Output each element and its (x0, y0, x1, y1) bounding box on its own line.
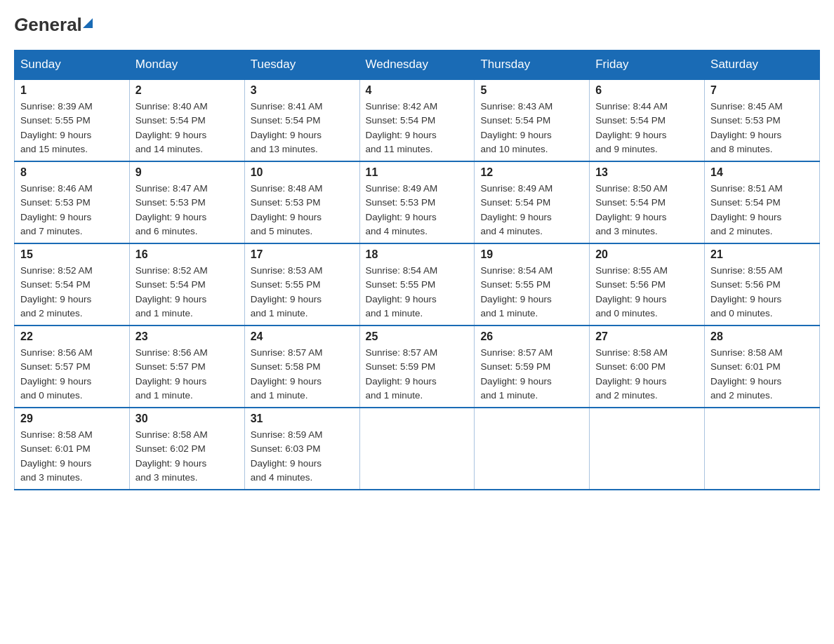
day-number: 16 (135, 248, 239, 261)
page-header: G eneral (14, 14, 820, 36)
day-info: Sunrise: 8:52 AMSunset: 5:54 PMDaylight:… (135, 265, 208, 318)
day-number: 31 (251, 412, 354, 425)
calendar-cell: 26 Sunrise: 8:57 AMSunset: 5:59 PMDaylig… (475, 326, 590, 408)
day-info: Sunrise: 8:41 AMSunset: 5:54 PMDaylight:… (251, 101, 323, 154)
calendar-cell: 24 Sunrise: 8:57 AMSunset: 5:58 PMDaylig… (244, 326, 359, 408)
calendar-week-row-1: 1 Sunrise: 8:39 AMSunset: 5:55 PMDayligh… (15, 79, 820, 161)
day-info: Sunrise: 8:58 AMSunset: 6:00 PMDaylight:… (595, 347, 668, 401)
calendar-cell: 18 Sunrise: 8:54 AMSunset: 5:55 PMDaylig… (359, 243, 475, 326)
calendar-cell: 11 Sunrise: 8:49 AMSunset: 5:53 PMDaylig… (359, 161, 475, 243)
day-number: 23 (135, 330, 239, 343)
calendar-cell: 29 Sunrise: 8:58 AMSunset: 6:01 PMDaylig… (15, 408, 130, 490)
day-info: Sunrise: 8:48 AMSunset: 5:53 PMDaylight:… (251, 183, 323, 236)
calendar-cell: 2 Sunrise: 8:40 AMSunset: 5:54 PMDayligh… (129, 79, 244, 161)
calendar-cell: 10 Sunrise: 8:48 AMSunset: 5:53 PMDaylig… (244, 161, 359, 243)
day-info: Sunrise: 8:49 AMSunset: 5:53 PMDaylight:… (366, 183, 438, 236)
day-info: Sunrise: 8:55 AMSunset: 5:56 PMDaylight:… (595, 265, 668, 318)
day-number: 24 (251, 330, 354, 343)
calendar-cell: 19 Sunrise: 8:54 AMSunset: 5:55 PMDaylig… (475, 243, 590, 326)
calendar-cell: 4 Sunrise: 8:42 AMSunset: 5:54 PMDayligh… (359, 79, 475, 161)
calendar-header-thursday: Thursday (475, 51, 590, 80)
day-number: 4 (366, 84, 469, 97)
logo: G eneral (14, 14, 93, 36)
calendar-cell: 22 Sunrise: 8:56 AMSunset: 5:57 PMDaylig… (15, 326, 130, 408)
calendar-week-row-3: 15 Sunrise: 8:52 AMSunset: 5:54 PMDaylig… (15, 243, 820, 326)
calendar-cell (359, 408, 475, 490)
day-info: Sunrise: 8:54 AMSunset: 5:55 PMDaylight:… (480, 265, 552, 318)
day-number: 14 (710, 166, 814, 179)
calendar-header-row: SundayMondayTuesdayWednesdayThursdayFrid… (15, 51, 820, 80)
day-info: Sunrise: 8:56 AMSunset: 5:57 PMDaylight:… (135, 347, 208, 401)
day-number: 10 (251, 166, 354, 179)
calendar-cell: 7 Sunrise: 8:45 AMSunset: 5:53 PMDayligh… (705, 79, 820, 161)
calendar-cell: 21 Sunrise: 8:55 AMSunset: 5:56 PMDaylig… (705, 243, 820, 326)
calendar-cell (475, 408, 590, 490)
day-info: Sunrise: 8:43 AMSunset: 5:54 PMDaylight:… (480, 101, 552, 154)
day-info: Sunrise: 8:58 AMSunset: 6:01 PMDaylight:… (20, 429, 93, 483)
day-number: 26 (480, 330, 583, 343)
day-number: 8 (20, 166, 124, 179)
day-number: 28 (710, 330, 814, 343)
day-number: 20 (595, 248, 699, 261)
day-info: Sunrise: 8:57 AMSunset: 5:59 PMDaylight:… (366, 347, 438, 401)
logo-g: G (14, 14, 28, 36)
calendar-cell: 16 Sunrise: 8:52 AMSunset: 5:54 PMDaylig… (129, 243, 244, 326)
day-info: Sunrise: 8:53 AMSunset: 5:55 PMDaylight:… (251, 265, 323, 318)
calendar-header-monday: Monday (129, 51, 244, 80)
day-info: Sunrise: 8:39 AMSunset: 5:55 PMDaylight:… (20, 101, 93, 154)
day-number: 9 (135, 166, 239, 179)
day-number: 7 (710, 84, 814, 97)
calendar-cell: 28 Sunrise: 8:58 AMSunset: 6:01 PMDaylig… (705, 326, 820, 408)
calendar-cell: 9 Sunrise: 8:47 AMSunset: 5:53 PMDayligh… (129, 161, 244, 243)
calendar-cell: 23 Sunrise: 8:56 AMSunset: 5:57 PMDaylig… (129, 326, 244, 408)
day-info: Sunrise: 8:58 AMSunset: 6:02 PMDaylight:… (135, 429, 208, 483)
calendar-header-wednesday: Wednesday (359, 51, 475, 80)
day-info: Sunrise: 8:49 AMSunset: 5:54 PMDaylight:… (480, 183, 552, 236)
day-number: 27 (595, 330, 699, 343)
day-info: Sunrise: 8:44 AMSunset: 5:54 PMDaylight:… (595, 101, 668, 154)
day-number: 11 (366, 166, 469, 179)
calendar-cell: 8 Sunrise: 8:46 AMSunset: 5:53 PMDayligh… (15, 161, 130, 243)
day-number: 1 (20, 84, 124, 97)
day-info: Sunrise: 8:58 AMSunset: 6:01 PMDaylight:… (710, 347, 783, 401)
calendar-cell: 13 Sunrise: 8:50 AMSunset: 5:54 PMDaylig… (590, 161, 705, 243)
calendar-cell: 5 Sunrise: 8:43 AMSunset: 5:54 PMDayligh… (475, 79, 590, 161)
calendar-header-sunday: Sunday (15, 51, 130, 80)
calendar-header-tuesday: Tuesday (244, 51, 359, 80)
calendar-week-row-4: 22 Sunrise: 8:56 AMSunset: 5:57 PMDaylig… (15, 326, 820, 408)
day-number: 21 (710, 248, 814, 261)
day-number: 12 (480, 166, 583, 179)
calendar-cell: 30 Sunrise: 8:58 AMSunset: 6:02 PMDaylig… (129, 408, 244, 490)
day-number: 25 (366, 330, 469, 343)
calendar-week-row-2: 8 Sunrise: 8:46 AMSunset: 5:53 PMDayligh… (15, 161, 820, 243)
day-number: 29 (20, 412, 124, 425)
day-info: Sunrise: 8:52 AMSunset: 5:54 PMDaylight:… (20, 265, 93, 318)
calendar-cell: 31 Sunrise: 8:59 AMSunset: 6:03 PMDaylig… (244, 408, 359, 490)
day-number: 17 (251, 248, 354, 261)
day-number: 5 (480, 84, 583, 97)
day-info: Sunrise: 8:51 AMSunset: 5:54 PMDaylight:… (710, 183, 783, 236)
calendar-cell (705, 408, 820, 490)
day-info: Sunrise: 8:55 AMSunset: 5:56 PMDaylight:… (710, 265, 783, 318)
day-info: Sunrise: 8:40 AMSunset: 5:54 PMDaylight:… (135, 101, 208, 154)
calendar-header-saturday: Saturday (705, 51, 820, 80)
day-info: Sunrise: 8:50 AMSunset: 5:54 PMDaylight:… (595, 183, 668, 236)
day-number: 6 (595, 84, 699, 97)
calendar-cell: 12 Sunrise: 8:49 AMSunset: 5:54 PMDaylig… (475, 161, 590, 243)
logo-eneral: eneral (28, 14, 82, 36)
calendar-cell: 25 Sunrise: 8:57 AMSunset: 5:59 PMDaylig… (359, 326, 475, 408)
day-number: 19 (480, 248, 583, 261)
day-info: Sunrise: 8:57 AMSunset: 5:59 PMDaylight:… (480, 347, 552, 401)
calendar-cell: 27 Sunrise: 8:58 AMSunset: 6:00 PMDaylig… (590, 326, 705, 408)
day-info: Sunrise: 8:46 AMSunset: 5:53 PMDaylight:… (20, 183, 93, 236)
day-number: 30 (135, 412, 239, 425)
calendar-header-friday: Friday (590, 51, 705, 80)
day-number: 2 (135, 84, 239, 97)
day-info: Sunrise: 8:59 AMSunset: 6:03 PMDaylight:… (251, 429, 323, 483)
day-info: Sunrise: 8:57 AMSunset: 5:58 PMDaylight:… (251, 347, 323, 401)
day-number: 22 (20, 330, 124, 343)
day-info: Sunrise: 8:42 AMSunset: 5:54 PMDaylight:… (366, 101, 438, 154)
day-number: 18 (366, 248, 469, 261)
calendar-cell: 15 Sunrise: 8:52 AMSunset: 5:54 PMDaylig… (15, 243, 130, 326)
calendar-cell: 3 Sunrise: 8:41 AMSunset: 5:54 PMDayligh… (244, 79, 359, 161)
